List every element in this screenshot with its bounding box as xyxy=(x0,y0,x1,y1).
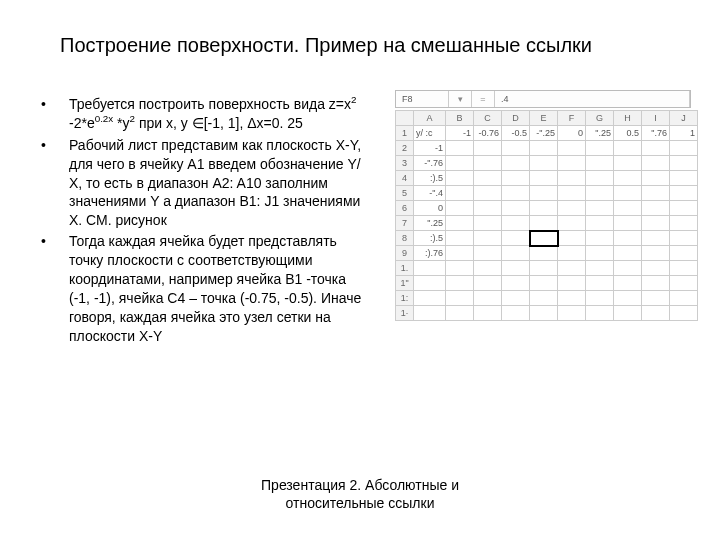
cell[interactable]: -".76 xyxy=(414,156,446,171)
cell[interactable]: ".25 xyxy=(414,216,446,231)
cell[interactable]: 0.5 xyxy=(614,126,642,141)
name-box[interactable]: F8 xyxy=(396,91,449,107)
cell[interactable]: 1 xyxy=(670,126,698,141)
cell[interactable]: :).5 xyxy=(414,171,446,186)
col-C[interactable]: C xyxy=(474,111,502,126)
bullet-3: Тогда каждая ячейка будет представлять т… xyxy=(69,232,365,345)
footer-line-1: Презентация 2. Абсолютные и xyxy=(261,477,459,493)
bullet-marker: • xyxy=(35,95,69,134)
dropdown-icon[interactable]: ▾ xyxy=(449,91,472,107)
cell[interactable]: ".25 xyxy=(586,126,614,141)
cell[interactable]: y/ :c xyxy=(414,126,446,141)
col-E[interactable]: E xyxy=(530,111,558,126)
bullet-marker: • xyxy=(35,136,69,230)
col-F[interactable]: F xyxy=(558,111,586,126)
fx-icon[interactable]: = xyxy=(472,91,495,107)
row-1: 1 y/ :c -1 -0.76 -0.5 -".25 0 ".25 0.5 "… xyxy=(396,126,698,141)
cell[interactable]: -".25 xyxy=(530,126,558,141)
cell[interactable]: 0 xyxy=(558,126,586,141)
footer-line-2: относительные ссылки xyxy=(286,495,435,511)
cell[interactable]: -1 xyxy=(446,126,474,141)
cell[interactable]: ".76 xyxy=(642,126,670,141)
spreadsheet-figure: F8 ▾ = .4 A B C D E F G H xyxy=(395,90,691,321)
cell[interactable]: -1 xyxy=(414,141,446,156)
col-header-row: A B C D E F G H I J xyxy=(396,111,698,126)
col-J[interactable]: J xyxy=(670,111,698,126)
cell[interactable]: :).5 xyxy=(414,231,446,246)
bullet-1: Требуется построить поверхность вида z=x… xyxy=(69,95,365,134)
cell[interactable] xyxy=(414,261,446,276)
cell[interactable]: -".4 xyxy=(414,186,446,201)
col-A[interactable]: A xyxy=(414,111,446,126)
cell[interactable]: :).76 xyxy=(414,246,446,261)
cell[interactable]: 0 xyxy=(414,201,446,216)
bullet-2: Рабочий лист представим как плоскость X-… xyxy=(69,136,365,230)
col-B[interactable]: B xyxy=(446,111,474,126)
selected-cell[interactable] xyxy=(530,231,558,246)
grid[interactable]: A B C D E F G H I J 1 y/ :c -1 -0.76 -0.… xyxy=(395,110,698,321)
body-text: • Требуется построить поверхность вида z… xyxy=(35,95,365,348)
formula-input[interactable]: .4 xyxy=(495,91,690,107)
slide-title: Построение поверхности. Пример на смешан… xyxy=(60,34,680,57)
col-H[interactable]: H xyxy=(614,111,642,126)
col-G[interactable]: G xyxy=(586,111,614,126)
col-I[interactable]: I xyxy=(642,111,670,126)
footer: Презентация 2. Абсолютные и относительны… xyxy=(0,476,720,512)
col-D[interactable]: D xyxy=(502,111,530,126)
bullet-marker: • xyxy=(35,232,69,345)
cell[interactable]: -0.76 xyxy=(474,126,502,141)
formula-bar: F8 ▾ = .4 xyxy=(395,90,691,108)
cell[interactable]: -0.5 xyxy=(502,126,530,141)
